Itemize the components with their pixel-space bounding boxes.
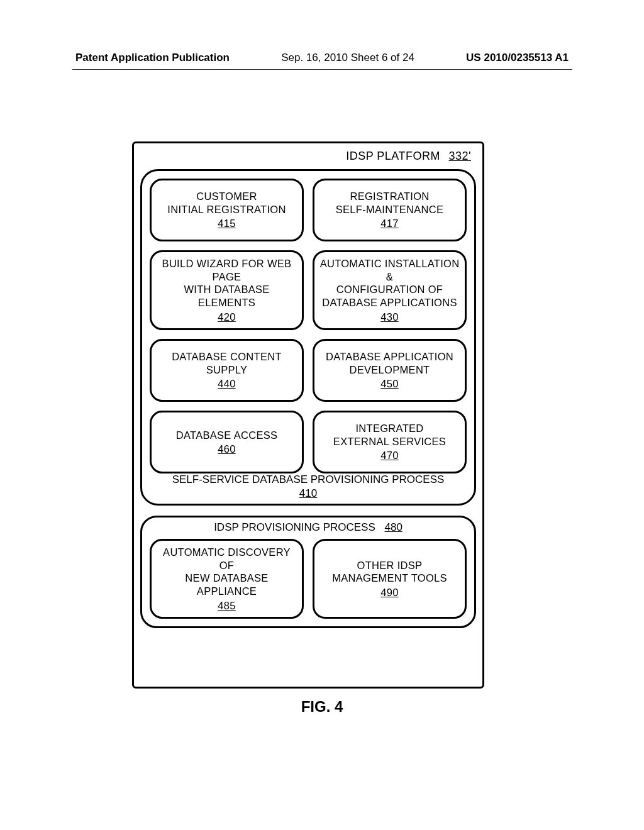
date-sheet: Sep. 16, 2010 Sheet 6 of 24 xyxy=(281,52,414,64)
box-label: CUSTOMER INITIAL REGISTRATION xyxy=(167,190,286,216)
platform-ref: 332' xyxy=(449,150,471,162)
process-480-title: IDSP PROVISIONING PROCESS xyxy=(214,521,375,533)
process-410-title: SELF-SERVICE DATABASE PROVISIONING PROCE… xyxy=(172,473,445,485)
box-ref: 450 xyxy=(380,377,398,390)
self-service-process-group: CUSTOMER INITIAL REGISTRATION 415 REGIST… xyxy=(140,169,476,506)
box-ref: 415 xyxy=(218,217,235,230)
box-database-app-development: DATABASE APPLICATION DEVELOPMENT 450 xyxy=(313,339,467,402)
box-ref: 470 xyxy=(380,449,398,462)
box-customer-initial-registration: CUSTOMER INITIAL REGISTRATION 415 xyxy=(150,179,304,241)
box-label: DATABASE APPLICATION DEVELOPMENT xyxy=(326,350,453,376)
box-database-content-supply: DATABASE CONTENT SUPPLY 440 xyxy=(150,339,304,402)
publication-label: Patent Application Publication xyxy=(75,52,230,64)
box-label: BUILD WIZARD FOR WEB PAGE WITH DATABASE … xyxy=(155,257,298,309)
box-label: DATABASE ACCESS xyxy=(176,429,278,442)
header-rule xyxy=(72,69,572,70)
box-database-access: DATABASE ACCESS 460 xyxy=(150,411,304,473)
idsp-provisioning-group: IDSP PROVISIONING PROCESS 480 AUTOMATIC … xyxy=(140,516,476,628)
box-auto-discovery: AUTOMATIC DISCOVERY OF NEW DATABASE APPL… xyxy=(150,539,304,619)
box-registration-self-maintenance: REGISTRATION SELF-MAINTENANCE 417 xyxy=(313,179,467,241)
box-ref: 440 xyxy=(218,377,235,390)
box-ref: 417 xyxy=(380,217,398,230)
box-label: OTHER IDSP MANAGEMENT TOOLS xyxy=(332,559,447,585)
box-ref: 490 xyxy=(380,586,398,599)
box-label: DATABASE CONTENT SUPPLY xyxy=(172,350,282,376)
page-header: Patent Application Publication Sep. 16, … xyxy=(0,52,644,64)
box-ref: 485 xyxy=(218,599,235,612)
process-410-footer: SELF-SERVICE DATABASE PROVISIONING PROCE… xyxy=(142,473,474,500)
idsp-platform-box: IDSP PLATFORM 332' CUSTOMER INITIAL REGI… xyxy=(132,141,484,689)
process-480-title-row: IDSP PROVISIONING PROCESS 480 xyxy=(150,521,467,534)
box-auto-install-config: AUTOMATIC INSTALLATION & CONFIGURATION O… xyxy=(313,250,467,330)
box-label: AUTOMATIC DISCOVERY OF NEW DATABASE APPL… xyxy=(155,546,298,598)
process-480-ref: 480 xyxy=(385,521,402,533)
application-number: US 2010/0235513 A1 xyxy=(466,52,569,64)
process-480-grid: AUTOMATIC DISCOVERY OF NEW DATABASE APPL… xyxy=(150,539,467,619)
box-label: AUTOMATIC INSTALLATION & CONFIGURATION O… xyxy=(318,257,461,309)
platform-title: IDSP PLATFORM xyxy=(346,150,440,162)
box-ref: 430 xyxy=(380,311,398,324)
box-label: INTEGRATED EXTERNAL SERVICES xyxy=(333,422,446,448)
figure-caption: FIG. 4 xyxy=(0,698,644,716)
box-ref: 420 xyxy=(218,311,235,324)
box-build-wizard: BUILD WIZARD FOR WEB PAGE WITH DATABASE … xyxy=(150,250,304,330)
platform-title-row: IDSP PLATFORM 332' xyxy=(140,148,476,167)
process-410-ref: 410 xyxy=(142,487,474,500)
box-label: REGISTRATION SELF-MAINTENANCE xyxy=(336,190,444,216)
box-integrated-external-services: INTEGRATED EXTERNAL SERVICES 470 xyxy=(313,411,467,473)
process-410-grid: CUSTOMER INITIAL REGISTRATION 415 REGIST… xyxy=(150,179,467,473)
box-ref: 460 xyxy=(218,443,235,456)
box-other-idsp-tools: OTHER IDSP MANAGEMENT TOOLS 490 xyxy=(313,539,467,619)
